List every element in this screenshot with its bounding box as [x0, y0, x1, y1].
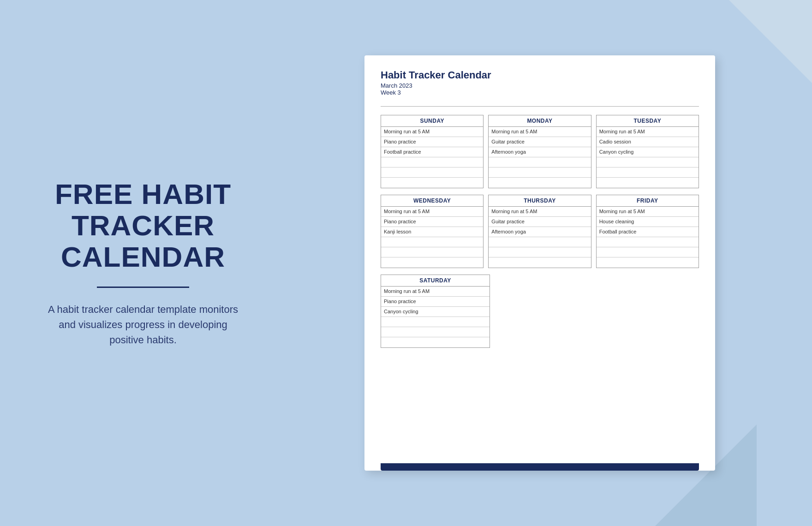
tuesday-item-4: [597, 157, 699, 167]
calendar-row-3: SATURDAY Morning run at 5 AM Piano pract…: [381, 275, 699, 348]
thursday-item-1: Morning run at 5 AM: [489, 207, 591, 217]
saturday-item-3: Canyon cycling: [381, 307, 490, 317]
saturday-body: Morning run at 5 AM Piano practice Canyo…: [381, 287, 490, 347]
saturday-item-6: [381, 337, 490, 347]
day-saturday: SATURDAY Morning run at 5 AM Piano pract…: [381, 275, 490, 348]
calendar-header: Habit Tracker Calendar March 2023 Week 3: [381, 69, 699, 96]
sunday-item-6: [381, 178, 483, 188]
saturday-header: SATURDAY: [381, 275, 490, 287]
sunday-item-2: Piano practice: [381, 137, 483, 147]
tuesday-body: Morning run at 5 AM Cadio session Canyon…: [597, 127, 699, 188]
sunday-item-3: Football practice: [381, 147, 483, 157]
day-monday: MONDAY Morning run at 5 AM Guitar practi…: [488, 115, 591, 188]
monday-item-2: Guitar practice: [489, 137, 591, 147]
monday-item-3: Afternoon yoga: [489, 147, 591, 157]
left-panel: FREE HABIT TRACKER CALENDAR A habit trac…: [0, 0, 286, 526]
thursday-item-2: Guitar practice: [489, 217, 591, 227]
thursday-item-3: Afternoon yoga: [489, 227, 591, 237]
wednesday-item-5: [381, 247, 483, 257]
friday-item-3: Football practice: [597, 227, 699, 237]
thursday-item-4: [489, 237, 591, 247]
calendar-row-2: WEDNESDAY Morning run at 5 AM Piano prac…: [381, 195, 699, 268]
calendar-empty-space: [495, 275, 699, 348]
wednesday-header: WEDNESDAY: [381, 195, 483, 207]
friday-item-1: Morning run at 5 AM: [597, 207, 699, 217]
calendar-row-1: SUNDAY Morning run at 5 AM Piano practic…: [381, 115, 699, 188]
thursday-item-5: [489, 247, 591, 257]
promo-description: A habit tracker calendar template monito…: [46, 302, 240, 347]
day-sunday: SUNDAY Morning run at 5 AM Piano practic…: [381, 115, 484, 188]
sunday-item-5: [381, 167, 483, 178]
friday-header: FRIDAY: [597, 195, 699, 207]
calendar-week: Week 3: [381, 89, 699, 96]
monday-item-5: [489, 167, 591, 178]
calendar-title: Habit Tracker Calendar: [381, 69, 699, 81]
tuesday-item-1: Morning run at 5 AM: [597, 127, 699, 137]
calendar-month: March 2023: [381, 82, 699, 89]
friday-item-5: [597, 247, 699, 257]
sunday-body: Morning run at 5 AM Piano practice Footb…: [381, 127, 483, 188]
wednesday-item-2: Piano practice: [381, 217, 483, 227]
tuesday-item-5: [597, 167, 699, 178]
tuesday-item-6: [597, 178, 699, 188]
day-tuesday: TUESDAY Morning run at 5 AM Cadio sessio…: [596, 115, 699, 188]
left-divider: [97, 287, 189, 288]
saturday-item-4: [381, 317, 490, 327]
promo-title: FREE HABIT TRACKER CALENDAR: [28, 179, 258, 273]
monday-item-1: Morning run at 5 AM: [489, 127, 591, 137]
saturday-item-2: Piano practice: [381, 297, 490, 307]
calendar-card: Habit Tracker Calendar March 2023 Week 3…: [364, 55, 715, 471]
day-thursday: THURSDAY Morning run at 5 AM Guitar prac…: [488, 195, 591, 268]
thursday-body: Morning run at 5 AM Guitar practice Afte…: [489, 207, 591, 268]
tuesday-item-2: Cadio session: [597, 137, 699, 147]
monday-item-4: [489, 157, 591, 167]
wednesday-item-1: Morning run at 5 AM: [381, 207, 483, 217]
sunday-item-4: [381, 157, 483, 167]
monday-body: Morning run at 5 AM Guitar practice Afte…: [489, 127, 591, 188]
friday-item-6: [597, 257, 699, 268]
friday-item-4: [597, 237, 699, 247]
wednesday-body: Morning run at 5 AM Piano practice Kanji…: [381, 207, 483, 268]
saturday-item-1: Morning run at 5 AM: [381, 287, 490, 297]
friday-item-2: House cleaning: [597, 217, 699, 227]
tuesday-item-3: Canyon cycling: [597, 147, 699, 157]
sunday-header: SUNDAY: [381, 115, 483, 127]
calendar-footer-bar: [381, 463, 699, 471]
wednesday-item-6: [381, 257, 483, 268]
saturday-item-5: [381, 327, 490, 337]
friday-body: Morning run at 5 AM House cleaning Footb…: [597, 207, 699, 268]
thursday-item-6: [489, 257, 591, 268]
thursday-header: THURSDAY: [489, 195, 591, 207]
calendar-divider: [381, 106, 699, 107]
tuesday-header: TUESDAY: [597, 115, 699, 127]
calendar-bottom-space: [381, 354, 699, 368]
sunday-item-1: Morning run at 5 AM: [381, 127, 483, 137]
day-wednesday: WEDNESDAY Morning run at 5 AM Piano prac…: [381, 195, 484, 268]
day-friday: FRIDAY Morning run at 5 AM House cleanin…: [596, 195, 699, 268]
right-panel: Habit Tracker Calendar March 2023 Week 3…: [286, 0, 812, 526]
wednesday-item-3: Kanji lesson: [381, 227, 483, 237]
wednesday-item-4: [381, 237, 483, 247]
monday-item-6: [489, 178, 591, 188]
monday-header: MONDAY: [489, 115, 591, 127]
